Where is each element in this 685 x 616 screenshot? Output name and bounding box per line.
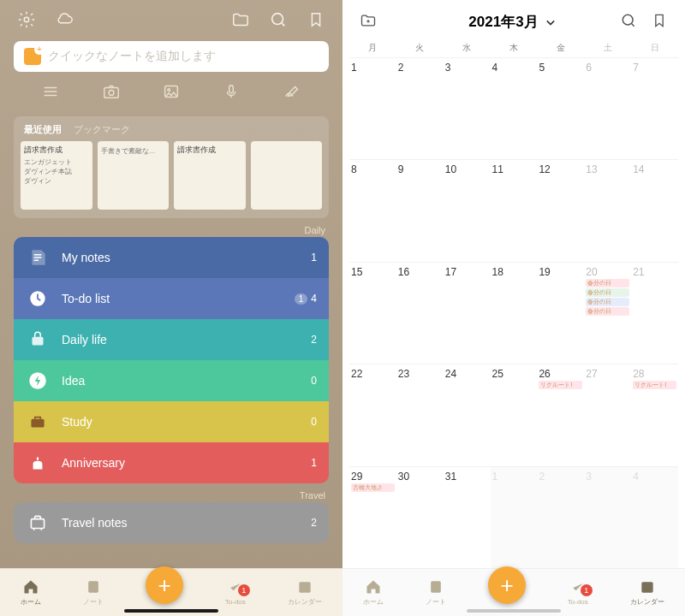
calendar-day[interactable]: 21	[631, 262, 678, 364]
calendar-day[interactable]: 25	[491, 364, 538, 465]
calendar-day[interactable]: 15	[349, 262, 396, 364]
svg-rect-2	[104, 87, 118, 98]
recent-card[interactable]: 請求書作成エンガジェット ダヴィンチ本誌 ダヴィン	[21, 141, 92, 210]
calendar-day[interactable]: 6	[584, 57, 631, 159]
home-indicator	[124, 609, 218, 613]
calendar-grid: 1234567891011121314151617181920春分の日春分の日春…	[342, 57, 685, 568]
nav-home[interactable]: ホーム	[21, 578, 41, 607]
section-label-daily: Daily	[0, 218, 342, 237]
nav-calendar[interactable]: カレンダー	[288, 578, 322, 607]
calendar-day[interactable]: 1	[349, 57, 396, 159]
folder-icon[interactable]	[231, 10, 250, 29]
calendar-day[interactable]: 23	[396, 364, 444, 465]
nav-todos[interactable]: To-dos1	[568, 579, 588, 606]
bookmark-icon[interactable]	[651, 12, 668, 33]
image-icon[interactable]	[162, 82, 181, 104]
recent-card[interactable]	[251, 141, 323, 210]
recent-card[interactable]: 手書きで素敵な…	[98, 141, 170, 210]
calendar-day[interactable]: 14	[631, 159, 678, 261]
calendar-day[interactable]: 17	[444, 262, 491, 364]
calendar-day[interactable]: 2	[537, 466, 584, 568]
clock-icon	[26, 287, 50, 311]
calendar-day[interactable]: 9	[396, 159, 444, 261]
calendar-day[interactable]: 2	[396, 57, 444, 159]
calendar-day[interactable]: 1	[491, 466, 538, 568]
category-idea[interactable]: Idea0	[14, 360, 329, 401]
calendar-screen: 2021年3月 月火水木金土日 123456789101112131415161…	[342, 0, 685, 616]
category-travel-notes[interactable]: Travel notes 2	[14, 502, 329, 543]
draw-icon[interactable]	[283, 82, 301, 104]
left-header	[0, 0, 342, 36]
calendar-day[interactable]: 12	[537, 159, 584, 261]
calendar-day[interactable]: 22	[349, 364, 396, 465]
calendar-day[interactable]: 3	[584, 466, 631, 568]
tab-recent[interactable]: 最近使用	[24, 123, 62, 136]
settings-gear-icon[interactable]	[17, 10, 36, 29]
svg-rect-10	[31, 419, 44, 428]
folder-plus-icon[interactable]	[360, 12, 377, 33]
cake-icon	[26, 451, 50, 475]
weekday-row: 月火水木金土日	[342, 42, 685, 57]
calendar-day[interactable]: 31	[444, 466, 491, 568]
cloud-icon[interactable]	[55, 10, 74, 29]
calendar-title[interactable]: 2021年3月	[468, 12, 538, 32]
svg-rect-14	[299, 582, 310, 593]
svg-rect-13	[88, 581, 98, 592]
calendar-day[interactable]: 20春分の日春分の日春分の日春分の日	[584, 262, 631, 364]
category-count: 2	[311, 517, 317, 529]
home-indicator	[467, 609, 561, 613]
category-label: Travel notes	[62, 516, 128, 530]
add-button[interactable]: +	[146, 566, 183, 604]
calendar-day[interactable]: 27	[584, 364, 631, 465]
calendar-day[interactable]: 19	[537, 262, 584, 364]
svg-rect-16	[431, 581, 441, 592]
calendar-day[interactable]: 4	[491, 57, 538, 159]
nav-notes[interactable]: ノート	[426, 578, 446, 607]
badge: 1	[238, 584, 250, 596]
bookmark-icon[interactable]	[307, 10, 325, 29]
search-icon[interactable]	[620, 12, 637, 33]
svg-rect-8	[33, 337, 44, 346]
calendar-day[interactable]: 18	[491, 262, 538, 364]
search-icon[interactable]	[269, 10, 288, 29]
recent-card[interactable]: 請求書作成	[174, 141, 246, 210]
bottom-nav-left: ホーム ノート + To-dos1 カレンダー	[0, 568, 342, 616]
calendar-day[interactable]: 26リクルートI	[537, 364, 584, 465]
calendar-day[interactable]: 24	[444, 364, 491, 465]
nav-calendar[interactable]: カレンダー	[630, 578, 664, 607]
nav-home[interactable]: ホーム	[363, 578, 384, 607]
calendar-day[interactable]: 28リクルートI	[631, 364, 678, 465]
tab-bookmark[interactable]: ブックマーク	[74, 123, 130, 136]
mic-icon[interactable]	[222, 82, 241, 104]
category-daily-life[interactable]: Daily life2	[14, 319, 329, 360]
nav-notes[interactable]: ノート	[83, 578, 104, 607]
calendar-day[interactable]: 4	[631, 466, 678, 568]
quick-note-input[interactable]: クイックなノートを追加します	[14, 41, 329, 72]
calendar-day[interactable]: 10	[444, 159, 491, 261]
calendar-header: 2021年3月	[342, 0, 685, 42]
camera-icon[interactable]	[102, 82, 121, 104]
category-to-do-list[interactable]: To-do list14	[14, 278, 329, 319]
nav-todos[interactable]: To-dos1	[225, 579, 246, 606]
add-button[interactable]: +	[488, 566, 526, 604]
calendar-day[interactable]: 16	[396, 262, 444, 364]
calendar-day[interactable]: 11	[491, 159, 538, 261]
calendar-day[interactable]: 29古橋大地さ	[349, 466, 396, 568]
calendar-day[interactable]: 3	[444, 57, 491, 159]
category-my-notes[interactable]: My notes1	[14, 237, 329, 278]
notes-screen: クイックなノートを追加します 最近使用 ブックマーク 請求書作成エンガジェット …	[0, 0, 342, 616]
category-study[interactable]: Study0	[14, 401, 329, 442]
chevron-down-icon[interactable]	[542, 14, 559, 31]
calendar-day[interactable]: 5	[537, 57, 584, 159]
calendar-day[interactable]: 8	[349, 159, 396, 261]
list-icon[interactable]	[41, 82, 60, 104]
badge: 1	[581, 584, 593, 596]
svg-rect-17	[641, 582, 652, 593]
svg-rect-6	[229, 86, 234, 93]
case-icon	[26, 410, 50, 434]
quick-note-add-icon	[24, 48, 41, 65]
calendar-day[interactable]: 13	[584, 159, 631, 261]
calendar-day[interactable]: 30	[396, 466, 444, 568]
calendar-day[interactable]: 7	[631, 57, 678, 159]
category-anniversary[interactable]: Anniversary1	[14, 442, 329, 483]
